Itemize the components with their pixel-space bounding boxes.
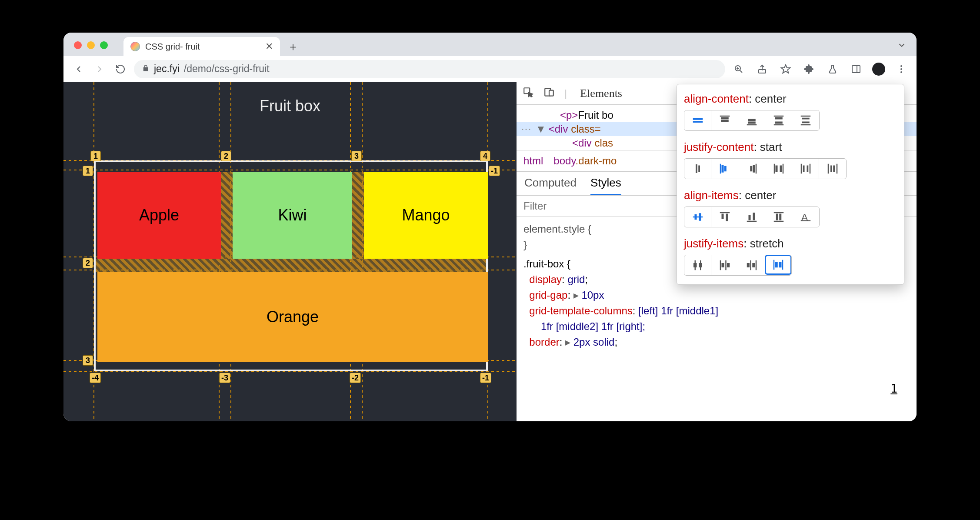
svg-rect-29 (721, 117, 729, 120)
svg-rect-70 (747, 221, 757, 222)
svg-rect-91 (775, 262, 778, 268)
tab-strip: CSS grid- fruit ✕ ＋ (63, 33, 917, 56)
extensions-icon[interactable] (802, 62, 817, 77)
svg-rect-42 (696, 164, 697, 173)
tab-computed[interactable]: Computed (524, 176, 577, 195)
align-items-start-button[interactable] (711, 207, 738, 227)
svg-rect-39 (802, 118, 810, 120)
justify-content-group: justify-content: start (684, 140, 897, 179)
svg-rect-46 (724, 166, 726, 172)
source-link[interactable]: 1 (890, 382, 897, 395)
back-button[interactable] (71, 62, 86, 77)
grid-row-label-neg: -1 (489, 166, 500, 176)
svg-rect-83 (721, 263, 724, 267)
justify-items-stretch-button[interactable] (765, 255, 792, 275)
labs-icon[interactable] (825, 62, 840, 77)
svg-rect-84 (727, 263, 730, 267)
align-items-group: align-items: center A (684, 189, 897, 227)
svg-point-10 (900, 71, 902, 73)
browser-tab[interactable]: CSS grid- fruit ✕ (123, 37, 280, 56)
grid-gap (96, 259, 486, 272)
side-panel-icon[interactable] (849, 62, 863, 77)
browser-window: CSS grid- fruit ✕ ＋ jec.fyi/demo/css-gri… (63, 33, 917, 421)
svg-marker-5 (781, 65, 790, 73)
url-path: /demo/css-grid-fruit (184, 63, 270, 75)
toolbar-right-controls (731, 62, 909, 77)
svg-rect-74 (773, 221, 783, 222)
new-tab-button[interactable]: ＋ (285, 39, 301, 54)
grid-cell-kiwi: Kiwi (233, 172, 352, 259)
grid-col-label-neg: -2 (350, 373, 361, 383)
align-content-start-button[interactable] (711, 110, 738, 130)
close-tab-icon[interactable]: ✕ (265, 41, 273, 52)
forward-button[interactable] (92, 62, 107, 77)
tab-styles[interactable]: Styles (590, 176, 621, 195)
align-items-center-button[interactable] (684, 207, 711, 227)
svg-rect-68 (748, 215, 750, 220)
svg-rect-64 (699, 213, 701, 221)
svg-rect-41 (801, 124, 811, 126)
window-traffic-lights (74, 41, 108, 49)
svg-rect-35 (775, 117, 783, 120)
grid-row-label: 3 (83, 355, 93, 366)
chevron-down-icon[interactable] (893, 39, 910, 52)
grid-col-label: 2 (221, 151, 231, 161)
svg-rect-33 (747, 124, 757, 126)
reload-button[interactable] (113, 62, 128, 77)
justify-items-start-button[interactable] (711, 255, 738, 275)
kebab-menu-icon[interactable] (894, 62, 909, 77)
url-host: jec.fyi (154, 63, 180, 75)
close-window-button[interactable] (74, 41, 82, 49)
justify-content-center-button[interactable] (684, 159, 711, 179)
justify-content-space-around-button[interactable] (792, 159, 819, 179)
svg-rect-37 (773, 124, 783, 126)
align-items-end-button[interactable] (738, 207, 765, 227)
svg-rect-56 (807, 166, 808, 172)
address-bar[interactable]: jec.fyi/demo/css-grid-fruit (134, 60, 725, 78)
align-content-center-button[interactable] (684, 110, 711, 130)
page-viewport: Fruit box (63, 82, 517, 421)
svg-rect-62 (693, 217, 703, 218)
align-items-stretch-button[interactable] (765, 207, 792, 227)
svg-rect-60 (833, 166, 835, 172)
svg-rect-54 (800, 164, 802, 174)
svg-rect-38 (801, 116, 811, 117)
grid-col-label: 3 (351, 151, 362, 161)
align-items-baseline-button[interactable]: A (792, 207, 819, 227)
align-content-space-between-button[interactable] (765, 110, 792, 130)
profile-avatar[interactable] (872, 63, 885, 76)
bookmark-star-icon[interactable] (778, 62, 793, 77)
align-content-space-around-button[interactable] (792, 110, 819, 130)
devtools-tab-elements[interactable]: Elements (577, 87, 626, 100)
svg-rect-30 (721, 120, 729, 122)
svg-rect-65 (720, 212, 730, 213)
zoom-icon[interactable] (731, 62, 746, 77)
svg-rect-71 (773, 212, 783, 213)
justify-content-space-between-button[interactable] (765, 159, 792, 179)
justify-items-end-button[interactable] (738, 255, 765, 275)
inspect-element-icon[interactable] (523, 87, 534, 100)
grid-gap (221, 172, 233, 259)
svg-rect-92 (779, 262, 781, 268)
grid-gap (352, 172, 364, 259)
minimize-window-button[interactable] (87, 41, 95, 49)
svg-rect-63 (694, 214, 697, 220)
svg-rect-36 (775, 122, 783, 124)
fruit-box-grid: Apple Kiwi Mango Orange (94, 160, 488, 371)
justify-items-center-button[interactable] (684, 255, 711, 275)
maximize-window-button[interactable] (100, 41, 108, 49)
svg-rect-43 (698, 166, 700, 172)
svg-rect-55 (803, 166, 804, 172)
browser-toolbar: jec.fyi/demo/css-grid-fruit (63, 56, 917, 82)
justify-content-start-button[interactable] (711, 159, 738, 179)
svg-rect-52 (780, 166, 782, 172)
svg-rect-31 (748, 119, 756, 121)
svg-rect-6 (852, 66, 860, 73)
justify-content-end-button[interactable] (738, 159, 765, 179)
justify-content-space-evenly-button[interactable] (819, 159, 846, 179)
align-content-end-button[interactable] (738, 110, 765, 130)
device-toggle-icon[interactable] (543, 87, 555, 100)
svg-line-1 (740, 70, 742, 73)
svg-rect-72 (776, 214, 778, 220)
share-icon[interactable] (755, 62, 770, 77)
